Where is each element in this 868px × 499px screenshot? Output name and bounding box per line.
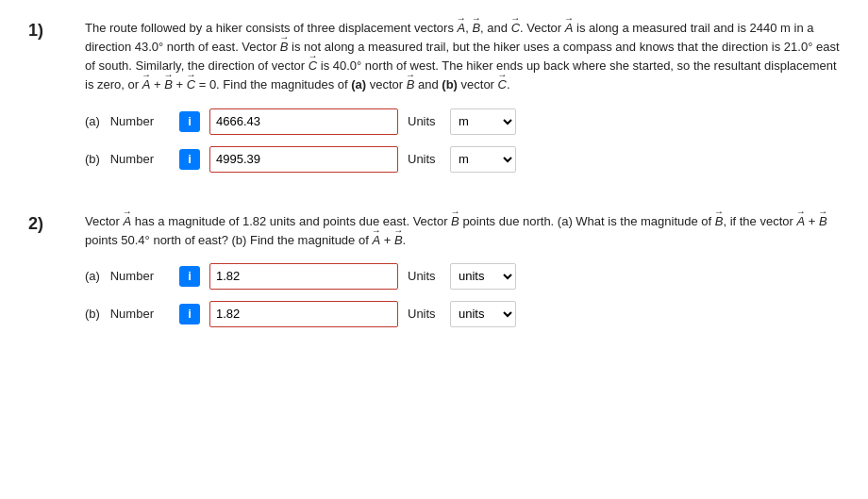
- vector-c-4: C: [498, 75, 507, 94]
- problem-1-part-a-units-select[interactable]: m km: [450, 108, 516, 135]
- problem-2-part-a-units-label: Units: [408, 269, 441, 283]
- problem-1: 1) The route followed by a hiker consist…: [28, 19, 840, 184]
- problem-2-part-a-info-button[interactable]: i: [179, 266, 200, 287]
- problem-2-part-b-units-select[interactable]: units m: [450, 301, 516, 327]
- problem-1-part-b-units-label: Units: [408, 152, 441, 166]
- problem-2-part-a-input[interactable]: [209, 263, 398, 290]
- problem-2-vector-b-2: B: [715, 212, 724, 231]
- vector-a-1: A: [458, 19, 466, 38]
- problem-2-vector-b-3: B: [819, 212, 827, 231]
- problem-1-part-a-input[interactable]: [209, 108, 398, 135]
- problem-2-part-b-label: (b) Number: [85, 307, 170, 321]
- problem-1-number: 1): [28, 19, 85, 184]
- vector-c-3: C: [187, 75, 195, 94]
- problem-2-vector-a-1: A: [123, 212, 131, 231]
- problem-1-part-b-label: (b) Number: [85, 152, 170, 166]
- problem-1-part-a-label: (a) Number: [85, 114, 170, 128]
- problem-2-vector-b-4: B: [394, 231, 403, 250]
- problem-1-part-a-info-button[interactable]: i: [179, 111, 200, 132]
- problem-2-part-b-input[interactable]: [209, 301, 398, 327]
- problem-2-part-b-units-label: Units: [408, 307, 441, 321]
- vector-c-2: C: [309, 57, 317, 75]
- problem-1-part-b-info-button[interactable]: i: [179, 149, 200, 170]
- vector-b-3: B: [164, 75, 173, 94]
- problem-1-part-b-input[interactable]: [209, 146, 398, 173]
- problem-2: 2) Vector A has a magnitude of 1.82 unit…: [28, 212, 840, 339]
- vector-b-1: B: [472, 19, 480, 38]
- problem-1-part-a-units-label: Units: [408, 114, 441, 128]
- vector-a-3: A: [142, 75, 151, 94]
- problem-1-text: The route followed by a hiker consists o…: [85, 19, 840, 95]
- problem-2-number: 2): [28, 212, 85, 339]
- vector-a-2: A: [565, 19, 574, 38]
- problem-1-part-b-units-select[interactable]: m km: [450, 146, 516, 173]
- problem-2-part-a-label: (a) Number: [85, 269, 170, 283]
- problem-1-content: The route followed by a hiker consists o…: [85, 19, 840, 184]
- problem-1-part-b-row: (b) Number i Units m km: [85, 146, 840, 173]
- problem-1-part-a-row: (a) Number i Units m km: [85, 108, 840, 135]
- vector-b-4: B: [407, 75, 415, 94]
- problem-2-text: Vector A has a magnitude of 1.82 units a…: [85, 212, 840, 250]
- problem-2-content: Vector A has a magnitude of 1.82 units a…: [85, 212, 840, 339]
- problem-2-vector-a-3: A: [372, 231, 380, 250]
- problem-2-vector-a-2: A: [796, 212, 805, 231]
- vector-c-1: C: [511, 19, 520, 38]
- problem-2-part-a-row: (a) Number i Units units m: [85, 263, 840, 290]
- problem-2-vector-b-1: B: [451, 212, 459, 231]
- problem-2-part-b-info-button[interactable]: i: [179, 304, 200, 324]
- vector-b-2: B: [280, 38, 289, 57]
- problem-2-part-a-units-select[interactable]: units m: [450, 263, 516, 290]
- problem-2-part-b-row: (b) Number i Units units m: [85, 301, 840, 327]
